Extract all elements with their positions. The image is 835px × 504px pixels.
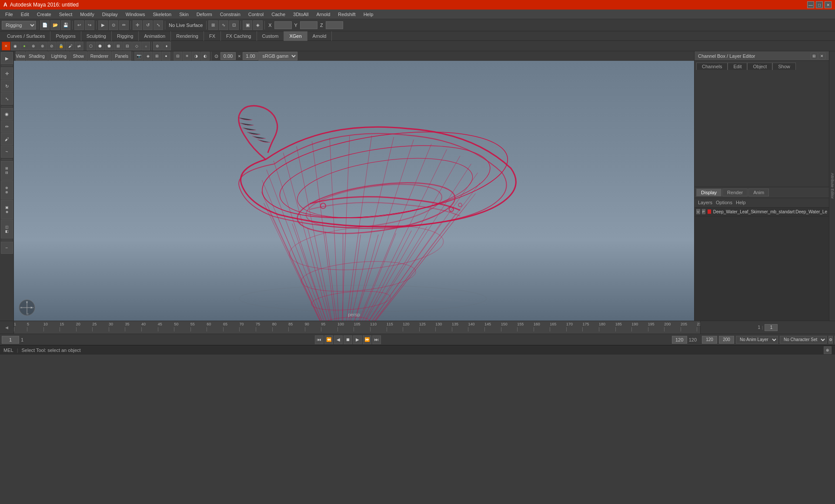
render-button[interactable]: ▣ — [243, 20, 252, 30]
icon-lattice[interactable]: ⊞ — [114, 42, 123, 50]
vp-icon-wireframe[interactable]: ⊞ — [153, 52, 161, 60]
sidebar-scale[interactable]: ⤡ — [1, 93, 13, 105]
tab-xgen[interactable]: XGen — [284, 31, 307, 41]
play-back-button[interactable]: ◀ — [334, 335, 343, 344]
layer-color-swatch[interactable] — [707, 209, 711, 214]
menu-3dtool[interactable]: 3DtoAll — [290, 11, 312, 18]
paint-select-button[interactable]: ✏ — [119, 20, 129, 30]
menu-modify[interactable]: Modify — [77, 11, 97, 18]
tab-animation[interactable]: Animation — [139, 31, 171, 41]
close-button[interactable]: ✕ — [825, 1, 832, 8]
menu-constrain[interactable]: Constrain — [217, 11, 244, 18]
options-menu[interactable]: Options — [716, 200, 732, 205]
tab-rigging[interactable]: Rigging — [112, 31, 139, 41]
menu-deform[interactable]: Deform — [193, 11, 216, 18]
stop-button[interactable]: ⏹ — [344, 335, 352, 344]
lasso-tool-button[interactable]: ⊙ — [109, 20, 118, 30]
sidebar-rotate[interactable]: ↻ — [1, 80, 13, 92]
timeline-ruler[interactable]: 1510152025303540455055606570758085909510… — [14, 321, 700, 334]
vp-icon-smooth[interactable]: ● — [162, 52, 170, 60]
anim-range-end-input[interactable] — [719, 336, 734, 344]
icon-wrap[interactable]: ⊟ — [123, 42, 132, 50]
sidebar-select[interactable]: ▶ — [1, 52, 13, 64]
icon-cluster[interactable]: ⬢ — [96, 42, 104, 50]
icon-move[interactable]: ⊕ — [29, 42, 38, 50]
undo-button[interactable]: ↩ — [74, 20, 84, 30]
vp-icon-shadows[interactable]: ◑ — [192, 52, 200, 60]
rotate-tool-button[interactable]: ↺ — [143, 20, 153, 30]
menu-windows[interactable]: Windows — [122, 11, 149, 18]
layer-playback[interactable]: P — [702, 209, 706, 214]
sidebar-move[interactable]: ✛ — [1, 67, 13, 80]
icon-paintweights[interactable]: 🖌 — [66, 42, 74, 50]
channel-box-close-btn[interactable]: ✕ — [818, 53, 825, 60]
gamma-dropdown[interactable]: sRGB gamma — [258, 52, 297, 60]
vp-icon-cam[interactable]: 📷 — [134, 52, 143, 60]
render-tab[interactable]: Render — [722, 189, 748, 196]
vp-icon-sel[interactable]: ◈ — [144, 52, 152, 60]
anim-tab[interactable]: Anim — [748, 189, 769, 196]
character-set-dropdown[interactable]: No Character Set — [780, 336, 827, 344]
menu-skeleton[interactable]: Skeleton — [149, 11, 175, 18]
sidebar-sculpt[interactable]: ✏ — [1, 120, 13, 133]
tab-arnold[interactable]: Arnold — [307, 31, 332, 41]
icon-ctrl[interactable]: ⊛ — [153, 42, 162, 50]
sidebar-smear[interactable]: ~ — [1, 146, 13, 158]
vp-icon-grid[interactable]: ⊟ — [174, 52, 182, 60]
menu-edit[interactable]: Edit — [17, 11, 33, 18]
move-tool-button[interactable]: ✛ — [133, 20, 142, 30]
y-input[interactable] — [300, 21, 317, 29]
scale-tool-button[interactable]: ⤡ — [154, 20, 163, 30]
step-back-button[interactable]: ⏪ — [324, 335, 333, 344]
sidebar-layout[interactable]: ⊕⊗ — [1, 180, 13, 199]
vp-icon-ao[interactable]: ◐ — [201, 52, 210, 60]
edit-tab[interactable]: Edit — [728, 63, 747, 70]
maximize-button[interactable]: □ — [816, 1, 823, 8]
status-icon1[interactable]: ⊕ — [824, 346, 832, 354]
menu-skin[interactable]: Skin — [176, 11, 192, 18]
new-scene-button[interactable]: 📄 — [40, 20, 50, 30]
current-frame-input[interactable] — [2, 336, 19, 344]
help-menu[interactable]: Help — [736, 200, 746, 205]
tab-polygons[interactable]: Polygons — [50, 31, 81, 41]
icon-small-1[interactable]: ✕ — [2, 42, 10, 50]
attribute-editor-bar[interactable]: Attribute Editor — [829, 51, 835, 321]
play-forward-button[interactable]: ▶ — [353, 335, 362, 344]
vp-lighting-menu[interactable]: Lighting — [48, 51, 70, 61]
icon-anim[interactable]: ♦ — [162, 42, 171, 50]
vp-shading-menu[interactable]: Shading — [26, 51, 48, 61]
icon-bind[interactable]: 🔒 — [57, 42, 65, 50]
anim-end-input[interactable] — [702, 336, 717, 344]
sidebar-paint[interactable]: 🖌 — [1, 133, 13, 145]
vp-panels-menu[interactable]: Panels — [112, 51, 131, 61]
menu-arnold[interactable]: Arnold — [313, 11, 334, 18]
menu-select[interactable]: Select — [56, 11, 76, 18]
icon-eye[interactable]: ◉ — [11, 42, 20, 50]
vp-icon-lights[interactable]: ☀ — [183, 52, 191, 60]
display-tab[interactable]: Display — [696, 189, 721, 196]
open-scene-button[interactable]: 📂 — [50, 20, 60, 30]
icon-blendshape[interactable]: ⬟ — [105, 42, 114, 50]
object-tab[interactable]: Object — [747, 63, 772, 70]
vp-show-menu[interactable]: Show — [70, 51, 87, 61]
menu-cache[interactable]: Cache — [268, 11, 289, 18]
select-tool-button[interactable]: ▶ — [98, 20, 108, 30]
z-input[interactable] — [326, 21, 343, 29]
sidebar-render-group[interactable]: ▣◈ — [1, 200, 13, 219]
vp-view-menu[interactable]: View — [16, 51, 25, 61]
snap-curve-button[interactable]: ∿ — [219, 20, 228, 30]
end-frame-input[interactable] — [672, 336, 687, 344]
vp-renderer-menu[interactable]: Renderer — [87, 51, 112, 61]
icon-joint[interactable]: ⊗ — [38, 42, 47, 50]
menu-file[interactable]: File — [2, 11, 17, 18]
tab-rendering[interactable]: Rendering — [171, 31, 204, 41]
menu-redshift[interactable]: Redshift — [334, 11, 359, 18]
tab-fx-caching[interactable]: FX Caching — [221, 31, 257, 41]
show-tab[interactable]: Show — [772, 63, 796, 70]
icon-ik[interactable]: ⊘ — [47, 42, 56, 50]
menu-help[interactable]: Help — [360, 11, 377, 18]
layers-menu[interactable]: Layers — [698, 200, 712, 205]
menu-control[interactable]: Control — [245, 11, 267, 18]
icon-deformer[interactable]: ⬡ — [87, 42, 95, 50]
ipr-render-button[interactable]: ◈ — [253, 20, 263, 30]
